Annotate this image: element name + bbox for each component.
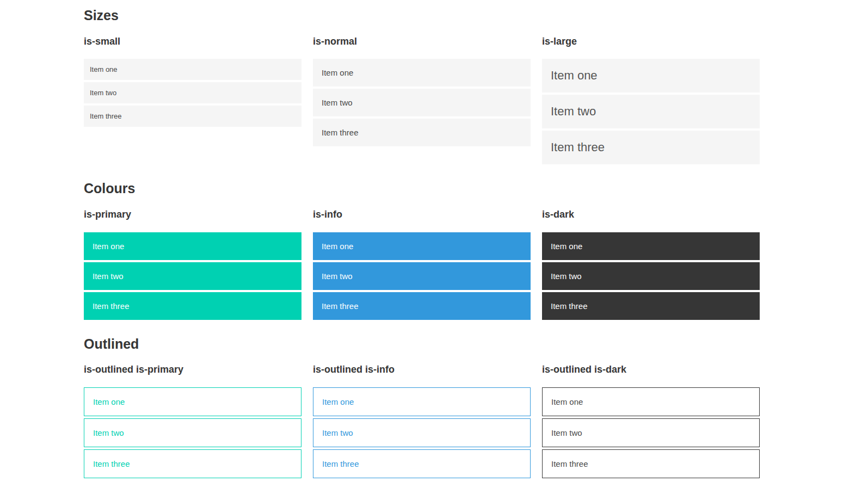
- list-item: Item one: [84, 387, 301, 416]
- section-title-colours: Colours: [84, 181, 760, 196]
- style-guide-page: Sizes is-small Item one Item two Item th…: [0, 0, 868, 488]
- list-item: Item two: [542, 418, 760, 447]
- group-label-is-small: is-small: [84, 36, 301, 47]
- section-title-outlined: Outlined: [84, 337, 760, 352]
- group-label-is-large: is-large: [542, 36, 760, 47]
- list-item: Item three: [313, 292, 531, 320]
- list-item: Item one: [313, 232, 531, 260]
- list-is-small: Item one Item two Item three: [84, 59, 301, 127]
- section-title-sizes: Sizes: [84, 8, 760, 23]
- colours-grid: is-primary Item one Item two Item three …: [84, 209, 760, 322]
- section-outlined: Outlined is-outlined is-primary Item one…: [84, 337, 760, 480]
- list-is-info: Item one Item two Item three: [313, 232, 531, 320]
- list-item: Item two: [84, 82, 301, 103]
- group-label-is-info: is-info: [313, 209, 531, 220]
- list-item: Item three: [313, 119, 531, 146]
- list-item: Item one: [542, 232, 760, 260]
- list-item: Item one: [542, 387, 760, 416]
- group-label-is-dark: is-dark: [542, 209, 760, 220]
- list-is-outlined-is-primary: Item one Item two Item three: [84, 387, 301, 478]
- group-is-large: is-large Item one Item two Item three: [542, 36, 760, 167]
- list-item: Item two: [84, 418, 301, 447]
- outlined-grid: is-outlined is-primary Item one Item two…: [84, 365, 760, 480]
- list-item: Item one: [84, 232, 301, 260]
- list-item: Item three: [542, 449, 760, 478]
- section-colours: Colours is-primary Item one Item two Ite…: [84, 181, 760, 322]
- list-item: Item two: [313, 418, 531, 447]
- list-item: Item one: [542, 59, 760, 92]
- list-item: Item two: [313, 262, 531, 290]
- list-item: Item two: [542, 262, 760, 290]
- list-is-normal: Item one Item two Item three: [313, 59, 531, 146]
- list-item: Item one: [313, 387, 531, 416]
- list-item: Item three: [542, 292, 760, 320]
- list-is-large: Item one Item two Item three: [542, 59, 760, 164]
- list-is-outlined-is-info: Item one Item two Item three: [313, 387, 531, 478]
- group-is-outlined-is-dark: is-outlined is-dark Item one Item two It…: [542, 365, 760, 480]
- list-item: Item three: [542, 131, 760, 164]
- group-is-normal: is-normal Item one Item two Item three: [313, 36, 531, 149]
- list-item: Item three: [313, 449, 531, 478]
- group-is-small: is-small Item one Item two Item three: [84, 36, 301, 129]
- content-container: Sizes is-small Item one Item two Item th…: [0, 0, 760, 488]
- group-label-is-outlined-is-primary: is-outlined is-primary: [84, 365, 301, 375]
- list-is-primary: Item one Item two Item three: [84, 232, 301, 320]
- group-label-is-outlined-is-info: is-outlined is-info: [313, 365, 531, 375]
- section-sizes: Sizes is-small Item one Item two Item th…: [84, 8, 760, 166]
- list-item: Item two: [84, 262, 301, 290]
- list-item: Item three: [84, 292, 301, 320]
- list-is-dark: Item one Item two Item three: [542, 232, 760, 320]
- group-label-is-normal: is-normal: [313, 36, 531, 47]
- list-item: Item two: [542, 95, 760, 128]
- list-item: Item three: [84, 106, 301, 127]
- list-item: Item one: [313, 59, 531, 87]
- group-label-is-primary: is-primary: [84, 209, 301, 220]
- list-item: Item two: [313, 89, 531, 116]
- group-is-dark: is-dark Item one Item two Item three: [542, 209, 760, 322]
- group-is-info: is-info Item one Item two Item three: [313, 209, 531, 322]
- sizes-grid: is-small Item one Item two Item three is…: [84, 36, 760, 167]
- list-item: Item three: [84, 449, 301, 478]
- group-is-primary: is-primary Item one Item two Item three: [84, 209, 301, 322]
- group-is-outlined-is-primary: is-outlined is-primary Item one Item two…: [84, 365, 301, 480]
- list-item: Item one: [84, 59, 301, 80]
- group-label-is-outlined-is-dark: is-outlined is-dark: [542, 365, 760, 375]
- group-is-outlined-is-info: is-outlined is-info Item one Item two It…: [313, 365, 531, 480]
- list-is-outlined-is-dark: Item one Item two Item three: [542, 387, 760, 478]
